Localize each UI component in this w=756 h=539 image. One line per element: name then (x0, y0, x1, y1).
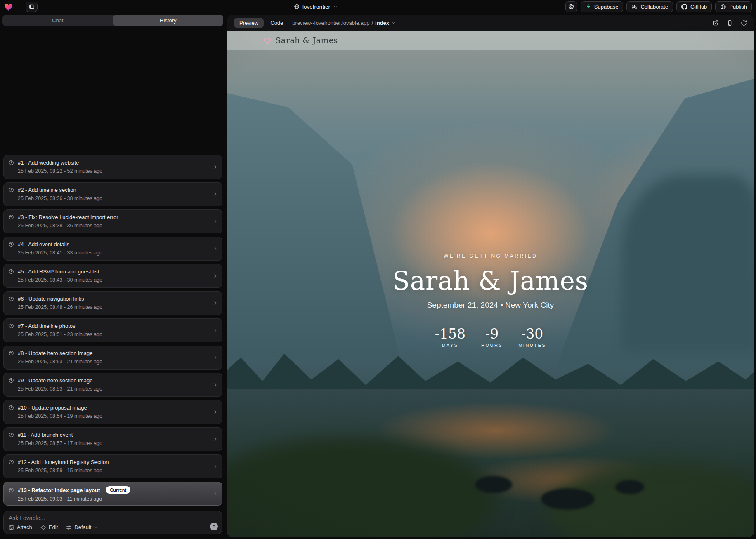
arrow-up-icon (212, 524, 216, 529)
history-item-title: #8 - Update hero section image (18, 350, 92, 356)
sidebar-toggle-button[interactable] (26, 2, 38, 12)
history-item[interactable]: #1 - Add wedding website 25 Feb 2025, 08… (3, 155, 222, 179)
treeline (227, 342, 754, 420)
history-item[interactable]: #5 - Add RSVP form and guest list 25 Feb… (3, 264, 222, 288)
send-button[interactable] (210, 523, 218, 530)
site-logo[interactable]: Sarah & James (264, 35, 338, 45)
history-item-timestamp: 25 Feb 2025, 08:59 - 15 minutes ago (18, 468, 210, 473)
sliders-icon (66, 525, 72, 530)
hero-section: WE'RE GETTING MARRIED Sarah & James Sept… (227, 47, 754, 537)
chevron-right-icon[interactable] (213, 382, 218, 388)
chevron-right-icon[interactable] (213, 409, 218, 415)
history-item[interactable]: #2 - Add timeline section 25 Feb 2025, 0… (3, 182, 222, 206)
mobile-view-icon[interactable] (727, 20, 733, 26)
history-item-timestamp: 25 Feb 2025, 08:43 - 30 minutes ago (18, 277, 210, 283)
collaborate-button[interactable]: Collaborate (626, 1, 673, 12)
history-item-title: #12 - Add Honeyfund Registry Section (18, 459, 109, 465)
chevron-right-icon[interactable] (213, 355, 218, 360)
history-list: #1 - Add wedding website 25 Feb 2025, 08… (0, 26, 226, 509)
history-item-title: #5 - Add RSVP form and guest list (18, 268, 99, 275)
history-item[interactable]: #3 - Fix: Resolve Lucide-react import er… (3, 209, 222, 233)
chevron-right-icon[interactable] (213, 246, 218, 252)
history-item-timestamp: 25 Feb 2025, 08:53 - 21 minutes ago (18, 359, 210, 365)
preview-url-page: index (375, 20, 389, 26)
history-item-title: #2 - Add timeline section (18, 187, 76, 193)
river (227, 389, 754, 537)
grass-foreground-right (547, 463, 754, 537)
lovable-logo-icon[interactable] (4, 3, 13, 11)
target-icon (40, 525, 46, 530)
chevron-right-icon[interactable] (213, 219, 218, 224)
history-item[interactable]: #6 - Update navigation links 25 Feb 2025… (3, 291, 222, 315)
grass-foreground-left (227, 438, 496, 537)
settings-button[interactable] (565, 1, 577, 12)
image-icon (9, 525, 14, 530)
chevron-right-icon[interactable] (213, 464, 218, 469)
tab-code[interactable]: Code (270, 20, 283, 26)
history-clock-icon (9, 405, 14, 410)
history-item[interactable]: #8 - Update hero section image 25 Feb 20… (3, 346, 222, 370)
chat-input[interactable] (9, 515, 182, 521)
history-item[interactable]: #9 - Update hero section image 25 Feb 20… (3, 373, 222, 397)
tab-history[interactable]: History (113, 15, 224, 26)
current-badge: Current (106, 486, 130, 494)
chevron-right-icon[interactable] (213, 164, 218, 170)
project-chevron-icon (333, 5, 338, 9)
chevron-right-icon[interactable] (213, 491, 218, 497)
river-reflection (375, 402, 617, 459)
history-clock-icon (9, 296, 14, 301)
supabase-button[interactable]: Supabase (581, 1, 624, 12)
site-header: Sarah & James (227, 31, 754, 50)
edit-mode-button[interactable]: Edit (40, 524, 58, 530)
tab-preview[interactable]: Preview (234, 18, 264, 28)
countdown-label: MINUTES (518, 343, 546, 348)
cliff-right-near (621, 175, 754, 352)
countdown-value: -9 (485, 327, 498, 341)
history-item-timestamp: 25 Feb 2025, 08:36 - 38 minutes ago (18, 195, 210, 201)
history-item[interactable]: #11 - Add brunch event 25 Feb 2025, 08:5… (3, 427, 222, 451)
history-item-timestamp: 25 Feb 2025, 08:53 - 21 minutes ago (18, 386, 210, 392)
publish-button[interactable]: Publish (715, 1, 752, 12)
history-clock-icon (9, 242, 14, 247)
tab-chat[interactable]: Chat (2, 15, 113, 26)
gear-icon (568, 3, 574, 10)
history-item-timestamp: 25 Feb 2025, 08:54 - 19 minutes ago (18, 413, 210, 419)
attach-button[interactable]: Attach (9, 524, 32, 530)
history-item[interactable]: #4 - Add event details 25 Feb 2025, 08:4… (3, 237, 222, 261)
countdown-value: -30 (521, 327, 543, 341)
rock (615, 480, 644, 494)
chevron-right-icon[interactable] (213, 191, 218, 197)
chevron-right-icon[interactable] (213, 436, 218, 442)
countdown-value: -158 (435, 327, 465, 341)
open-in-new-tab-icon[interactable] (713, 20, 719, 26)
chevron-right-icon[interactable] (213, 273, 218, 279)
history-item[interactable]: #10 - Update proposal image 25 Feb 2025,… (3, 400, 222, 424)
history-clock-icon (9, 378, 14, 383)
history-item[interactable]: #12 - Add Honeyfund Registry Section 25 … (3, 454, 222, 478)
countdown-cell: -158 DAYS (435, 327, 465, 348)
logo-menu-chevron-icon[interactable] (16, 5, 20, 9)
hero-eyebrow: WE'RE GETTING MARRIED (444, 253, 537, 259)
refresh-icon[interactable] (741, 20, 747, 26)
sidebar: Chat History #1 - Add wedding website 25… (0, 14, 226, 537)
history-item[interactable]: #7 - Add timeline photos 25 Feb 2025, 08… (3, 318, 222, 342)
history-clock-icon (9, 214, 14, 220)
countdown-label: DAYS (442, 343, 458, 348)
cliff-left (227, 88, 401, 360)
history-item[interactable]: #13 - Refactor index page layout Current… (3, 482, 222, 506)
history-item-title: #6 - Update navigation links (18, 296, 84, 302)
project-switcher[interactable]: lovefrontier (294, 0, 338, 13)
chevron-right-icon[interactable] (213, 327, 218, 333)
sunset-glow (306, 122, 675, 350)
history-item-timestamp: 25 Feb 2025, 08:41 - 33 minutes ago (18, 250, 210, 256)
chevron-down-icon (94, 525, 98, 530)
model-selector[interactable]: Default (66, 524, 98, 530)
preview-url[interactable]: preview--lovefrontier.lovable.app / inde… (292, 20, 396, 26)
chevron-right-icon[interactable] (213, 300, 218, 306)
heart-icon (264, 37, 271, 44)
history-clock-icon (9, 459, 14, 465)
github-button[interactable]: GitHub (676, 1, 712, 12)
users-icon (631, 4, 638, 10)
history-item-title: #9 - Update hero section image (18, 377, 92, 384)
history-item-title: #3 - Fix: Resolve Lucide-react import er… (18, 214, 118, 220)
